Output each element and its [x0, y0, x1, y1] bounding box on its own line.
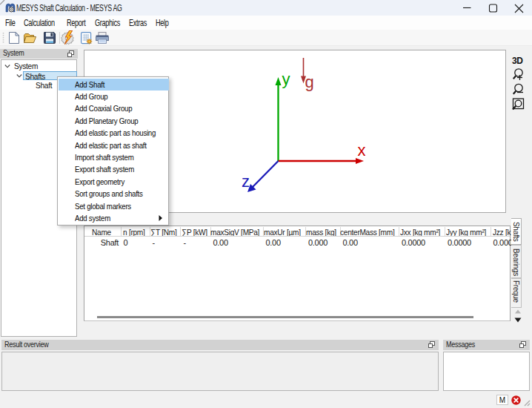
svg-text:z: z: [242, 172, 250, 191]
svg-text:g: g: [305, 73, 314, 91]
svg-text:y: y: [282, 70, 290, 88]
svg-text:x: x: [358, 141, 366, 159]
